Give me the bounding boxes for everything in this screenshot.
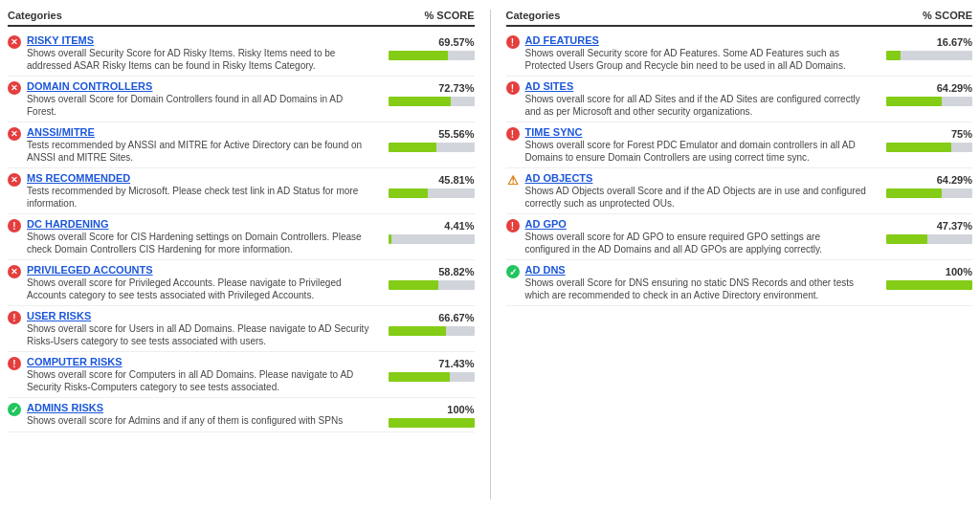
category-desc: Shows overall score for Privileged Accou… xyxy=(27,277,369,301)
right-score-header: % SCORE xyxy=(867,10,972,21)
score-value: 72.73% xyxy=(438,82,474,94)
score-bar-bg xyxy=(389,326,475,336)
exclaim-icon: ! xyxy=(506,81,520,95)
left-cat-header: Categories xyxy=(8,10,369,21)
category-desc: Shows overall score for Forest PDC Emula… xyxy=(525,139,868,164)
category-row: !AD FEATURESShows overall Security score… xyxy=(506,31,973,77)
category-row: ✕RISKY ITEMSShows overall Security Score… xyxy=(8,31,475,77)
score-bar-fill xyxy=(389,326,446,336)
score-bar-bg xyxy=(886,188,972,198)
right-panel: Categories % SCORE !AD FEATURESShows ove… xyxy=(506,10,973,499)
category-desc: Shows overall Security score for AD Feat… xyxy=(525,47,868,72)
category-title[interactable]: AD FEATURES xyxy=(525,34,868,46)
score-value: 69.57% xyxy=(438,36,474,48)
category-row: !AD GPOShows overall score for AD GPO to… xyxy=(506,214,973,260)
exclaim-icon: ! xyxy=(506,35,520,49)
score-bar-bg xyxy=(389,234,475,244)
category-title[interactable]: AD DNS xyxy=(525,264,868,276)
category-desc: Shows overall score for Users in all AD … xyxy=(27,322,369,347)
category-title[interactable]: MS RECOMMENDED xyxy=(27,172,369,184)
category-desc: Shows overall score for Computers in all… xyxy=(27,368,369,393)
category-desc: Shows overall score for AD GPO to ensure… xyxy=(525,231,868,255)
score-value: 100% xyxy=(447,404,474,415)
score-bar-bg xyxy=(389,51,475,60)
score-value: 71.43% xyxy=(438,358,474,369)
category-desc: Shows overall Score for CIS Hardening se… xyxy=(27,231,369,255)
score-value: 45.81% xyxy=(438,174,474,186)
exclaim-orange-icon: ⚠ xyxy=(506,173,520,187)
left-header: Categories % SCORE xyxy=(8,10,475,27)
score-value: 66.67% xyxy=(438,312,474,323)
x-icon: ✕ xyxy=(8,81,21,95)
panel-divider xyxy=(490,10,491,499)
x-icon: ✕ xyxy=(8,173,21,187)
score-bar-bg xyxy=(389,143,475,152)
category-desc: Tests recommended by Microsoft. Please c… xyxy=(27,185,369,210)
score-value: 16.67% xyxy=(937,36,972,48)
score-value: 58.82% xyxy=(438,266,474,277)
category-title[interactable]: TIME SYNC xyxy=(525,126,868,138)
score-bar-fill xyxy=(389,188,428,198)
category-title[interactable]: DOMAIN CONTROLLERS xyxy=(27,80,369,92)
score-bar-fill xyxy=(389,234,392,244)
left-panel: Categories % SCORE ✕RISKY ITEMSShows ove… xyxy=(8,10,475,499)
category-row: !TIME SYNCShows overall score for Forest… xyxy=(506,122,973,168)
score-bar-bg xyxy=(389,188,475,198)
category-title[interactable]: ADMINS RISKS xyxy=(27,402,369,413)
score-bar-fill xyxy=(389,372,450,382)
exclaim-icon: ! xyxy=(8,219,21,232)
exclaim-icon: ! xyxy=(506,219,520,232)
category-row: ✕PRIVILEGED ACCOUNTSShows overall score … xyxy=(8,260,475,306)
category-title[interactable]: PRIVILEGED ACCOUNTS xyxy=(27,264,369,276)
category-row: ✕ANSSI/MITRETests recommended by ANSSI a… xyxy=(8,122,475,168)
score-bar-bg xyxy=(886,51,972,60)
score-bar-bg xyxy=(886,280,972,290)
score-bar-fill xyxy=(886,280,972,290)
score-bar-bg xyxy=(886,97,972,106)
score-bar-fill xyxy=(886,51,901,60)
score-bar-bg xyxy=(389,372,475,382)
exclaim-icon: ! xyxy=(8,311,21,324)
category-desc: Tests recommended by ANSSI and MITRE for… xyxy=(27,139,369,164)
score-value: 100% xyxy=(946,266,972,277)
score-value: 64.29% xyxy=(937,174,972,186)
category-row: !USER RISKSShows overall score for Users… xyxy=(8,306,475,352)
category-desc: Shows overall Score for Domain Controlle… xyxy=(27,93,369,118)
score-value: 4.41% xyxy=(444,220,474,232)
category-title[interactable]: COMPUTER RISKS xyxy=(27,356,369,367)
exclaim-icon: ! xyxy=(506,127,520,141)
right-cat-header: Categories xyxy=(506,10,868,21)
page: Categories % SCORE ✕RISKY ITEMSShows ove… xyxy=(0,0,980,509)
score-bar-bg xyxy=(886,234,972,244)
left-score-header: % SCORE xyxy=(369,10,475,21)
category-title[interactable]: AD OBJECTS xyxy=(525,172,868,184)
score-value: 47.37% xyxy=(937,220,972,232)
category-row: !DC HARDENINGShows overall Score for CIS… xyxy=(8,214,475,260)
left-items: ✕RISKY ITEMSShows overall Security Score… xyxy=(8,31,475,432)
category-title[interactable]: USER RISKS xyxy=(27,310,369,321)
category-row: !COMPUTER RISKSShows overall score for C… xyxy=(8,352,475,398)
right-items: !AD FEATURESShows overall Security score… xyxy=(506,31,973,306)
category-row: ✕DOMAIN CONTROLLERSShows overall Score f… xyxy=(8,77,475,122)
category-title[interactable]: AD SITES xyxy=(525,80,868,92)
category-desc: Shows overall Score for DNS ensuring no … xyxy=(525,277,868,301)
score-bar-fill xyxy=(886,188,942,198)
category-desc: Shows AD Objects overall Score and if th… xyxy=(525,185,868,210)
category-title[interactable]: DC HARDENING xyxy=(27,218,369,230)
score-bar-fill xyxy=(389,143,436,152)
category-title[interactable]: RISKY ITEMS xyxy=(27,34,369,46)
score-bar-fill xyxy=(389,51,449,60)
exclaim-icon: ! xyxy=(8,357,21,370)
score-value: 64.29% xyxy=(937,82,972,94)
score-bar-fill xyxy=(886,234,927,244)
category-title[interactable]: ANSSI/MITRE xyxy=(27,126,369,138)
score-bar-bg xyxy=(389,280,475,290)
score-bar-fill xyxy=(389,418,475,428)
category-row: ⚠AD OBJECTSShows AD Objects overall Scor… xyxy=(506,168,973,214)
check-icon: ✓ xyxy=(8,403,21,416)
score-bar-fill xyxy=(389,280,439,290)
score-bar-fill xyxy=(886,97,942,106)
score-bar-bg xyxy=(389,418,475,428)
category-title[interactable]: AD GPO xyxy=(525,218,868,230)
category-desc: Shows overall score for all AD Sites and… xyxy=(525,93,868,118)
